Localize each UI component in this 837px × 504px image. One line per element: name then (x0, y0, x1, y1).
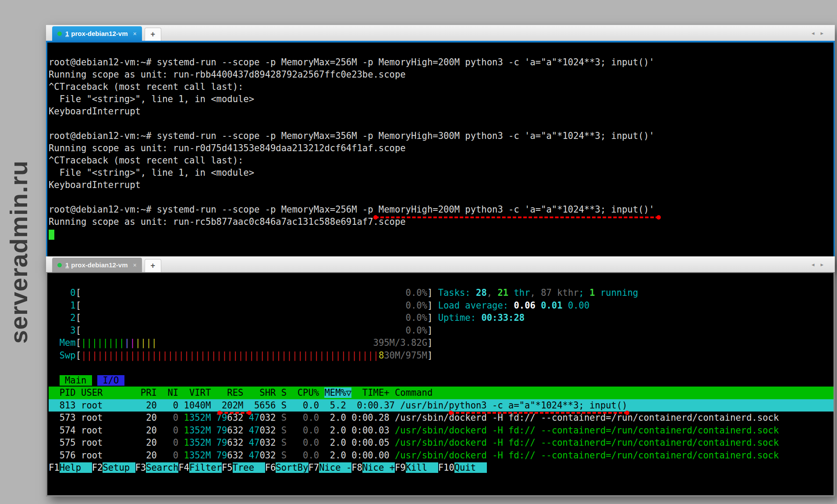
fkey-item[interactable]: Kill (406, 462, 438, 473)
text-segment: [ (76, 337, 81, 348)
text-segment: 0.0% (406, 287, 427, 298)
text-segment: ] (427, 337, 433, 348)
fkey-item[interactable]: Filter (189, 462, 222, 473)
terminal-cursor (49, 230, 54, 240)
text-segment: KeyboardInterrupt (49, 180, 141, 190)
text-segment: 28 (476, 287, 487, 298)
fkey-item[interactable]: F4 (178, 462, 189, 473)
terminal-line: 0[ 0.0%] Tasks: 28, 21 thr, 87 kthr; 1 r… (49, 287, 833, 299)
terminal-line: ^CTraceback (most recent call last): (49, 154, 833, 167)
text-segment: 47 (249, 437, 260, 448)
text-segment: 1 (589, 287, 595, 298)
htop-tab-io[interactable]: I/O (97, 375, 124, 386)
fkey-item[interactable]: Quit (454, 462, 487, 473)
fkey-item[interactable]: F3 (135, 462, 146, 473)
tab-close-icon[interactable]: × (133, 30, 137, 37)
text-segment: ^CTraceback (most recent call last): (49, 155, 243, 166)
tab-scroll-right-icon[interactable]: ▸ (820, 261, 823, 268)
text-segment: 032 (259, 425, 276, 436)
fkey-item[interactable]: F5 (222, 462, 233, 473)
text-segment: Swp (49, 350, 76, 361)
fkey-item[interactable]: F9 (395, 462, 406, 473)
tab-nav-arrows: ◂▸ (805, 30, 823, 36)
text-segment: ] (427, 300, 433, 311)
terminal-line: root@debian12-vm:~# systemd-run --scope … (49, 203, 833, 216)
fkey-item[interactable]: F7 (309, 462, 319, 473)
text-segment: 8 (379, 350, 384, 361)
text-segment: | (130, 337, 135, 348)
fkey-item[interactable]: F1 (49, 462, 60, 473)
text-segment: running (595, 287, 638, 298)
tab-prox-debian12-vm-top[interactable]: 1 prox-debian12-vm × (52, 26, 142, 41)
fkey-item[interactable]: Setup (103, 462, 135, 473)
text-segment: 575 root 20 (49, 437, 157, 448)
htop-tab-main[interactable]: Main (60, 375, 92, 386)
fkey-item[interactable]: F2 (92, 462, 103, 473)
text-segment: 1 (184, 412, 189, 423)
fkey-item[interactable]: Tree (233, 462, 265, 473)
new-tab-button[interactable]: + (145, 28, 161, 41)
text-segment (92, 375, 97, 386)
fkey-item[interactable]: Help (60, 462, 92, 473)
text-segment: S (276, 412, 287, 423)
text-segment (243, 425, 248, 436)
text-segment (211, 437, 216, 448)
watermark: serveradmin.ru (4, 160, 33, 344)
tab-prox-debian12-vm-bottom[interactable]: 1 prox-debian12-vm × (52, 258, 142, 272)
tab-nav-arrows: ◂▸ (805, 261, 823, 268)
text-segment: /usr/sbin/dockerd -H fd:// --containerd=… (395, 437, 779, 448)
terminal-line: Running scope as unit: run-rbb4400437d89… (49, 68, 833, 81)
terminal-line: 1[ 0.0%] Load average: 0.06 0.01 0.00 (49, 299, 833, 312)
text-segment: 352M (189, 425, 211, 436)
text-segment: 47 (249, 425, 260, 436)
terminal-line: 2[ 0.0%] Uptime: 00:33:28 (49, 312, 833, 324)
text-segment: S (276, 450, 287, 461)
text-segment: 032 (259, 412, 276, 423)
htop-output[interactable]: 0[ 0.0%] Tasks: 28, 21 thr, 87 kthr; 1 r… (46, 272, 835, 497)
text-segment: 30M/975M (384, 350, 427, 361)
text-segment: 352M (189, 437, 211, 448)
text-segment (433, 300, 438, 311)
text-segment: PID USER PRI NI VIRT RES SHR S CPU% (49, 387, 324, 398)
fkey-item[interactable]: Nice + (362, 462, 395, 473)
fkey-bar: F1Help F2Setup F3SearchF4FilterF5Tree F6… (49, 461, 833, 474)
fkey-item[interactable]: Nice - (319, 462, 351, 473)
fkey-item[interactable]: F10 (438, 462, 454, 473)
tab-scroll-left-icon[interactable]: ◂ (812, 30, 815, 36)
fkey-item[interactable]: SortBy (276, 462, 308, 473)
text-segment: 2 (49, 312, 76, 323)
new-tab-button[interactable]: + (145, 259, 161, 272)
text-segment: 1 (184, 425, 189, 436)
text-segment (81, 287, 406, 298)
tab-title: prox-debian12-vm (71, 30, 128, 37)
text-segment (157, 337, 373, 348)
text-segment: 0.0 (287, 425, 319, 436)
text-segment (178, 437, 184, 448)
text-segment: 1 (184, 450, 189, 461)
text-segment: 352M (189, 450, 211, 461)
text-segment: | (124, 337, 130, 348)
terminal-line: PID USER PRI NI VIRT RES SHR S CPU% MEM%… (49, 387, 833, 399)
fkey-item[interactable]: F6 (265, 462, 276, 473)
text-segment: 0.0 (287, 437, 319, 448)
fkey-item[interactable]: F8 (351, 462, 362, 473)
text-segment: ] (427, 350, 433, 361)
text-segment: 0:00.00 (346, 450, 390, 461)
text-segment: KeyboardInterrupt (49, 106, 141, 117)
text-segment: 87 kthr (541, 287, 578, 298)
text-segment: root@debian12-vm:~# systemd-run --scope … (49, 204, 654, 215)
terminal-line: 576 root 20 0 1352M 79632 47032 S 0.0 2.… (49, 449, 833, 462)
text-segment: 032 (259, 437, 276, 448)
tab-scroll-left-icon[interactable]: ◂ (812, 261, 815, 268)
text-segment: 0.01 (541, 300, 568, 311)
fkey-item[interactable]: Search (146, 462, 178, 473)
text-segment: 2.0 (319, 437, 346, 448)
text-segment: 47 (249, 450, 260, 461)
terminal-output-top[interactable]: root@debian12-vm:~# systemd-run --scope … (46, 41, 835, 269)
tab-close-icon[interactable]: × (133, 262, 137, 269)
tab-scroll-right-icon[interactable]: ▸ (820, 30, 823, 36)
text-segment: File "<string>", line 1, in <module> (49, 167, 254, 178)
text-segment (243, 437, 248, 448)
annotation-red-dash-command (375, 217, 659, 218)
text-segment: MEM%▽ (324, 387, 351, 398)
